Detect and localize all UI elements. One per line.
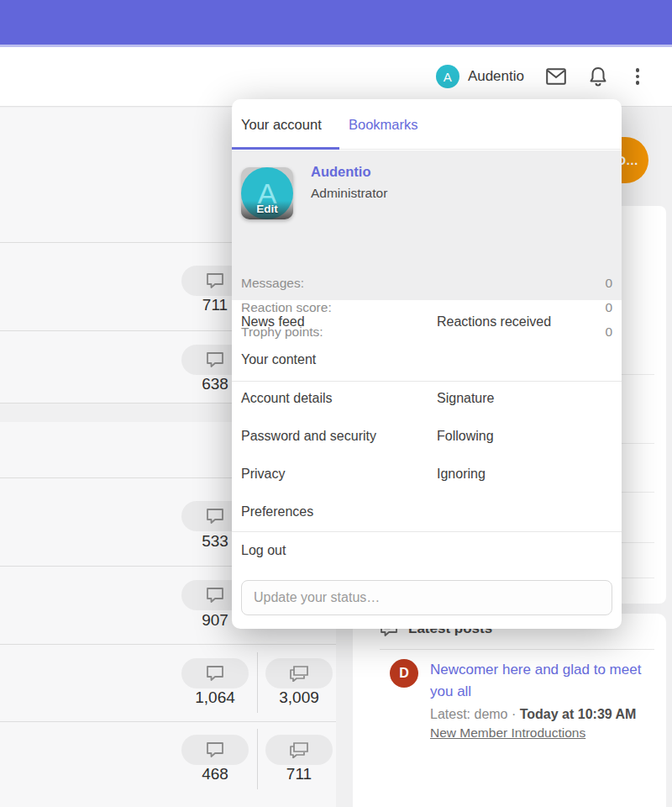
header-account-button[interactable]: A Audentio [436,65,524,88]
replies-badge [181,735,249,765]
row-divider [0,644,336,645]
dropdown-user-role: Administrator [311,186,387,201]
dropdown-tabs: Your account Bookmarks [232,99,622,150]
stat-value: 0 [605,324,612,340]
menu-link-reactions-received[interactable]: Reactions received [437,314,551,330]
menu-link-ignoring[interactable]: Ignoring [437,467,486,482]
header-avatar[interactable]: A [436,65,459,88]
menu-link-following[interactable]: Following [437,429,494,444]
thread-meta-latest: Latest: demo · [430,707,520,721]
menu-link-account-details[interactable]: Account details [241,391,333,406]
thread-meta: Latest: demo · Today at 10:39 AM [430,704,650,725]
menu-link-privacy[interactable]: Privacy [241,467,285,482]
mail-icon[interactable] [546,66,566,87]
latest-post-item[interactable]: D Newcomer here and glad to meet you all… [390,659,658,741]
stat-separator [257,652,258,713]
bell-icon[interactable] [588,66,608,87]
status-update-input[interactable] [241,580,612,615]
dropdown-avatar-edit[interactable]: A Edit [241,167,293,219]
site-header: A Audentio [0,47,672,107]
menu-separator [232,531,622,532]
stat-value: 0 [605,300,612,315]
top-navigation-bar [0,0,672,45]
stat-value: 0 [605,276,612,291]
stat-label: Reaction score: [241,300,332,315]
tab-your-account[interactable]: Your account [241,99,322,150]
thread-meta-time: Today at 10:39 AM [520,707,637,721]
stat-row-messages: Messages: 0 [241,271,612,295]
menu-link-signature[interactable]: Signature [437,391,495,406]
poster-avatar[interactable]: D [390,659,418,688]
avatar-edit-label[interactable]: Edit [241,201,293,219]
header-username[interactable]: Audentio [468,68,524,85]
tab-bookmarks[interactable]: Bookmarks [349,99,418,150]
dropdown-username-link[interactable]: Audentio [311,164,371,180]
views-badge [265,735,333,765]
menu-link-your-content[interactable]: Your content [241,352,316,367]
menu-link-news-feed[interactable]: News feed [241,314,305,330]
menu-link-log-out[interactable]: Log out [241,543,286,558]
active-tab-underline [232,147,339,150]
latest-posts-widget: Latest posts D Newcomer here and glad to… [353,614,666,807]
row-divider [0,721,336,722]
replies-count: 1,064 [181,688,249,707]
thread-forum-link[interactable]: New Member Introductions [430,725,650,741]
thread-title-link[interactable]: Newcomer here and glad to meet you all [430,659,650,703]
account-dropdown-menu: Your account Bookmarks A Edit Audentio A… [232,99,622,629]
kebab-menu-icon[interactable] [630,68,645,85]
menu-link-password-security[interactable]: Password and security [241,429,376,444]
replies-badge [181,658,249,688]
dropdown-user-panel: A Edit Audentio Administrator Messages: … [232,150,622,300]
menu-link-preferences[interactable]: Preferences [241,504,313,520]
latest-posts-divider [380,649,654,650]
menu-separator [232,381,622,382]
views-count: 711 [265,765,333,783]
stat-separator [257,729,258,789]
views-badge [265,658,333,688]
stat-label: Messages: [241,276,304,291]
replies-count: 468 [181,765,249,783]
views-count: 3,009 [265,688,333,707]
